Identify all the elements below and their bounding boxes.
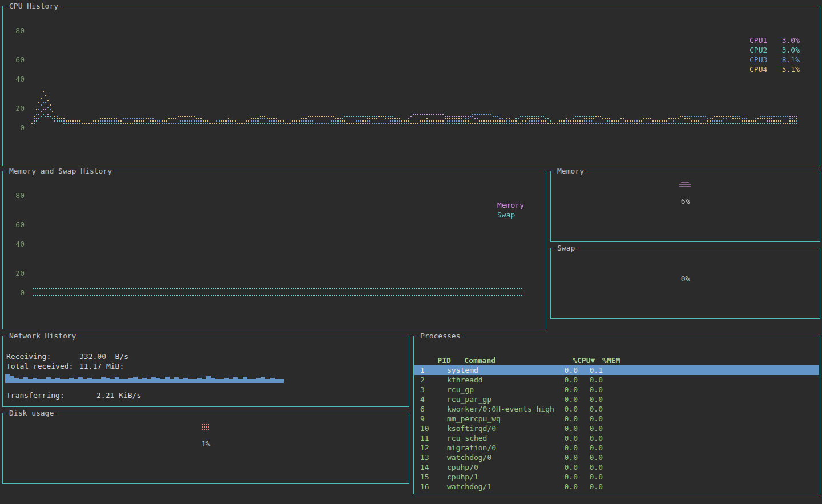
process-cell: rcu_gp	[447, 385, 554, 394]
cpu-ytick-40: 40	[10, 74, 25, 84]
process-row[interactable]: 10ksoftirqd/00.00.0	[414, 424, 819, 433]
process-cell: 0.0	[554, 394, 578, 404]
process-cell: ksoftirqd/0	[447, 424, 554, 433]
process-cell: kthreadd	[447, 375, 554, 385]
process-cell: 12	[414, 443, 447, 453]
process-row[interactable]: 15cpuhp/10.00.0	[414, 472, 819, 482]
process-cell: 0.0	[578, 462, 603, 472]
column-header-pid[interactable]: PID	[432, 356, 464, 365]
process-cell: 0.0	[578, 453, 603, 462]
process-rows: 1systemd0.00.12kthreadd0.00.03rcu_gp0.00…	[414, 365, 819, 491]
process-cell: 11	[414, 433, 447, 443]
process-cell: cpuhp/0	[447, 462, 554, 472]
process-cell: kworker/0:0H-events_high	[447, 404, 554, 414]
process-row[interactable]: 14cpuhp/00.00.0	[414, 462, 819, 472]
cpu1-label: CPU1	[750, 35, 775, 45]
process-cell: 13	[414, 453, 447, 462]
disk-usage-value: 1%	[3, 439, 409, 449]
swap-usage-value: 0%	[551, 274, 820, 284]
process-cell: 1	[414, 365, 447, 375]
memswap-ytick-80: 80	[10, 191, 25, 200]
cpu-ytick-80: 80	[10, 26, 25, 35]
process-row[interactable]: 12migration/00.00.0	[414, 443, 819, 453]
process-cell: 3	[414, 385, 447, 394]
process-cell: 0.1	[578, 365, 603, 375]
process-cell: 0.0	[554, 385, 578, 394]
memswap-ytick-0: 0	[10, 288, 25, 297]
process-cell: 0.0	[554, 482, 578, 491]
process-cell: 0.0	[578, 404, 603, 414]
process-cell: 0.0	[578, 443, 603, 453]
cpu4-value: 5.1%	[775, 64, 800, 74]
process-row[interactable]: 4rcu_par_gp0.00.0	[414, 394, 819, 404]
process-cell: 6	[414, 404, 447, 414]
network-receiving-line: Receiving:332.00 B/s	[6, 352, 128, 361]
network-receive-sparkline	[5, 373, 286, 383]
process-cell: 0.0	[578, 482, 603, 491]
column-header-mem[interactable]: %MEM	[595, 356, 620, 365]
total-received-label: Total received:	[6, 361, 79, 371]
memswap-legend: Memory Swap	[497, 200, 524, 220]
process-cell: watchdog/1	[447, 482, 554, 491]
process-row[interactable]: 2kthreadd0.00.0	[414, 375, 819, 385]
cpu-legend-item: CPU45.1%	[750, 64, 800, 74]
processes-title: Processes	[418, 331, 462, 341]
disk-usage-dots	[202, 424, 210, 431]
cpu-history-chart	[3, 6, 820, 166]
cpu-legend: CPU13.0% CPU23.0% CPU38.1% CPU45.1%	[750, 35, 800, 74]
process-row[interactable]: 6kworker/0:0H-events_high0.00.0	[414, 404, 819, 414]
column-header-cpu[interactable]: %CPU▼	[571, 356, 595, 365]
process-cell: 16	[414, 482, 447, 491]
cpu2-value: 3.0%	[775, 45, 800, 55]
process-cell: 0.0	[554, 453, 578, 462]
memory-usage-value: 6%	[551, 196, 820, 206]
process-row[interactable]: 11rcu_sched0.00.0	[414, 433, 819, 443]
process-cell: 4	[414, 394, 447, 404]
disk-usage-panel: Disk usage 1%	[2, 413, 409, 484]
process-cell: 9	[414, 414, 447, 424]
process-cell: systemd	[447, 365, 554, 375]
cpu2-label: CPU2	[750, 45, 775, 55]
process-cell: 14	[414, 462, 447, 472]
process-cell: 0.0	[578, 433, 603, 443]
network-history-panel: Network History Receiving:332.00 B/s Tot…	[2, 336, 409, 407]
process-row[interactable]: 13watchdog/00.00.0	[414, 453, 819, 462]
swap-title: Swap	[555, 243, 577, 253]
process-row[interactable]: 3rcu_gp0.00.0	[414, 385, 819, 394]
swap-legend-label: Swap	[497, 210, 515, 220]
column-header-command[interactable]: Command	[464, 356, 571, 365]
memory-panel: Memory 6%	[550, 171, 820, 242]
cpu1-value: 3.0%	[775, 35, 800, 45]
receiving-value: 332.00 B/s	[79, 352, 128, 361]
cpu-legend-item: CPU13.0%	[750, 35, 800, 45]
cpu-ytick-20: 20	[10, 103, 25, 113]
process-row[interactable]: 16watchdog/10.00.0	[414, 482, 819, 491]
cpu3-value: 8.1%	[775, 55, 800, 64]
cpu-legend-item: CPU23.0%	[750, 45, 800, 55]
process-cell: 0.0	[578, 424, 603, 433]
memswap-ytick-60: 60	[10, 220, 25, 229]
process-cell: 0.0	[578, 385, 603, 394]
memswap-history-panel: Memory and Swap History 80 60 40 20 0 Me…	[2, 171, 546, 329]
process-cell: 0.0	[554, 424, 578, 433]
process-cell: 0.0	[554, 472, 578, 482]
memswap-legend-item: Swap	[497, 210, 524, 220]
cpu4-label: CPU4	[750, 64, 775, 74]
process-cell: 0.0	[554, 433, 578, 443]
process-row[interactable]: 1systemd0.00.1	[414, 365, 819, 375]
process-cell: 0.0	[554, 404, 578, 414]
process-cell: 0.0	[578, 414, 603, 424]
transferring-label: Transferring:	[6, 390, 79, 400]
receiving-label: Receiving:	[6, 352, 79, 361]
process-cell: 0.0	[554, 375, 578, 385]
process-cell: 0.0	[554, 443, 578, 453]
process-cell: watchdog/0	[447, 453, 554, 462]
memory-title: Memory	[555, 166, 586, 176]
process-row[interactable]: 9mm_percpu_wq0.00.0	[414, 414, 819, 424]
process-cell: 15	[414, 472, 447, 482]
network-total-received-line: Total received:11.17 MiB:	[6, 361, 124, 371]
processes-panel: Processes PIDCommand%CPU▼%MEM 1systemd0.…	[413, 336, 820, 494]
cpu3-label: CPU3	[750, 55, 775, 64]
process-cell: 0.0	[554, 365, 578, 375]
process-cell: 0.0	[554, 414, 578, 424]
